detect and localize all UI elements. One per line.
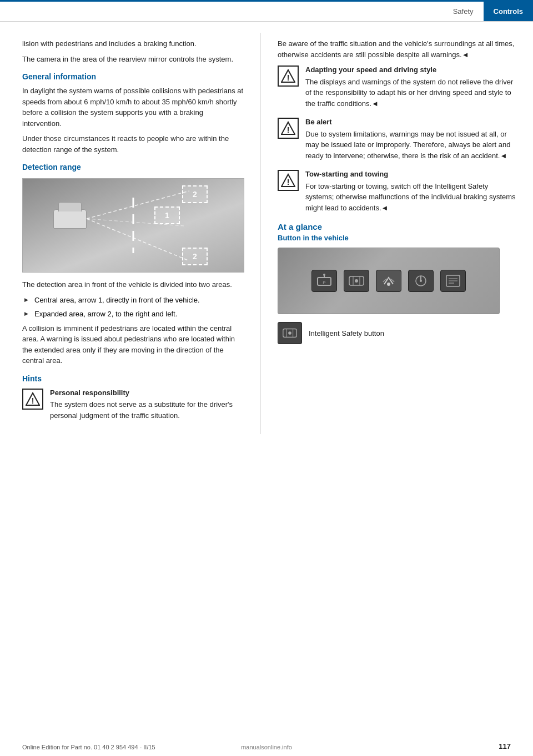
svg-text:!: !: [287, 73, 290, 82]
at-a-glance-heading: At a glance: [278, 222, 516, 231]
veh-btn-5: [440, 270, 466, 292]
isafety-row: Intelligent Safety button: [278, 322, 516, 344]
right-warning-title-1: Adapting your speed and driving style: [305, 64, 516, 75]
veh-btn-icon-1: P: [315, 273, 333, 289]
hints-warning-text: Personal responsibility The system does …: [50, 387, 244, 421]
right-warning-body-1: The displays and warnings of the system …: [305, 78, 513, 108]
right-intro-p1: Be aware of the traffic situation and th…: [278, 38, 516, 60]
button-in-vehicle-heading: Button in the vehicle: [278, 234, 516, 242]
left-column: lision with pedestrians and includes a b…: [0, 33, 261, 434]
isafety-label: Intelligent Safety button: [309, 329, 384, 337]
isafety-icon: [278, 322, 302, 344]
triangle-warning-icon-2: !: [281, 121, 295, 135]
svg-point-22: [420, 280, 422, 282]
hints-warning-block: ! Personal responsibility The system doe…: [22, 387, 244, 421]
left-intro-p2: The camera in the area of the rearview m…: [22, 54, 244, 65]
general-info-p2: Under those circumstances it reacts to p…: [22, 133, 244, 155]
detection-range-image: 2 1 2: [22, 178, 244, 273]
header-controls-label: Controls: [484, 2, 533, 21]
veh-btn-2: [344, 270, 369, 292]
right-warning-text-1: Adapting your speed and driving style Th…: [305, 64, 516, 109]
detection-range-p1: The detection area in front of the vehic…: [22, 279, 244, 290]
svg-point-18: [355, 279, 358, 283]
triangle-warning-icon: !: [26, 392, 40, 406]
warning-icon-hints: !: [22, 389, 43, 410]
right-warning-text-2: Be alert Due to system limitations, warn…: [305, 117, 516, 161]
footer-center: manualsonline.info: [0, 744, 533, 750]
footer-watermark: manualsonline.info: [241, 744, 292, 750]
general-info-p1: In daylight the system warns of possible…: [22, 85, 244, 129]
right-warning-body-3: For tow-starting or towing, switch off t…: [305, 182, 516, 212]
triangle-warning-icon-1: !: [281, 69, 295, 83]
general-information-heading: General information: [22, 72, 244, 81]
svg-point-30: [288, 331, 291, 335]
veh-btn-3: [376, 270, 401, 292]
triangle-warning-icon-3: !: [281, 173, 295, 188]
zone1: 1: [154, 206, 180, 224]
isafety-icon-svg: [281, 325, 298, 341]
bullet-item-1: Central area, arrow 1, directly in front…: [22, 295, 244, 306]
header-safety-label: Safety: [443, 3, 484, 20]
right-warning-title-3: Tow-starting and towing: [305, 169, 516, 180]
svg-text:!: !: [287, 125, 290, 134]
warning-icon-1: !: [278, 65, 299, 87]
right-warning-2: ! Be alert Due to system limitations, wa…: [278, 117, 516, 161]
svg-point-19: [387, 283, 390, 286]
hints-heading: Hints: [22, 374, 244, 383]
road-line: [133, 198, 134, 254]
vehicle-car: [53, 209, 87, 229]
svg-text:P: P: [323, 280, 325, 285]
veh-btn-1: P: [311, 270, 337, 292]
right-warning-3: ! Tow-starting and towing For tow-starti…: [278, 169, 516, 213]
detection-range-heading: Detection range: [22, 163, 244, 172]
main-content: lision with pedestrians and includes a b…: [0, 22, 533, 445]
svg-text:!: !: [32, 396, 34, 405]
right-warning-text-3: Tow-starting and towing For tow-starting…: [305, 169, 516, 213]
svg-text:!: !: [287, 178, 290, 187]
veh-btn-4: [408, 270, 434, 292]
zone2-top: 2: [182, 185, 208, 203]
veh-btn-icon-4: [412, 273, 430, 289]
veh-btn-icon-5: [444, 273, 462, 289]
left-intro-p1: lision with pedestrians and includes a b…: [22, 38, 244, 49]
right-warning-body-2: Due to system limitations, warnings may …: [305, 130, 510, 160]
hints-warning-title: Personal responsibility: [50, 387, 244, 399]
right-warning-1: ! Adapting your speed and driving style …: [278, 64, 516, 109]
warning-icon-2: !: [278, 118, 299, 139]
vehicle-buttons-image: P: [278, 248, 500, 314]
veh-btn-icon-2: [348, 273, 365, 289]
zone2-bottom: 2: [182, 248, 208, 265]
hints-warning-body: The system does not serve as a substi­tu…: [50, 400, 233, 420]
bullet-item-2: Expanded area, arrow 2, to the right and…: [22, 309, 244, 320]
warning-icon-3: !: [278, 170, 299, 191]
bullet-list: Central area, arrow 1, directly in front…: [22, 295, 244, 320]
svg-point-13: [323, 274, 325, 276]
page-header: Safety Controls: [0, 2, 533, 22]
right-column: Be aware of the traffic situation and th…: [261, 33, 533, 434]
veh-btn-icon-3: [380, 273, 398, 289]
right-warning-title-2: Be alert: [305, 117, 516, 128]
detection-range-p2: A collision is imminent if pedestrians a…: [22, 323, 244, 366]
